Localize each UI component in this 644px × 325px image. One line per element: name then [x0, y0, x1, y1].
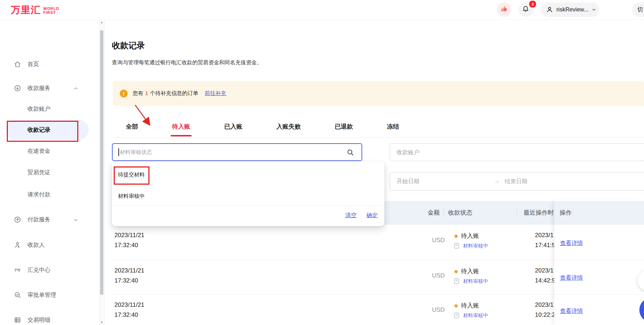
status-dot	[454, 304, 458, 308]
row-status: 待入账	[461, 267, 479, 275]
user-name: riskReview...	[556, 6, 589, 13]
tab-frozen[interactable]: 冻结	[387, 121, 399, 134]
topbar: 万里汇 WORLDFIRST 3	[0, 0, 644, 20]
pending-info-banner: ! 您有1个待补充信息的订单 前往补充	[113, 81, 644, 106]
collection-account-placeholder: 收款账户	[397, 149, 419, 156]
warning-icon: !	[120, 90, 128, 98]
sidebar: 首页 收款服务 收款账户 收款记录 在途资金 贸易凭证 请求付款	[0, 20, 99, 325]
pending-count: 1	[145, 90, 148, 96]
chevron-up-icon	[73, 86, 79, 91]
sidebar-item-request-payment[interactable]: 请求付款	[0, 187, 99, 202]
row-time: 17:32:40	[114, 311, 138, 319]
tab-refunded[interactable]: 已退款	[335, 121, 353, 134]
collection-account-input[interactable]: 收款账户	[390, 143, 644, 161]
sidebar-item-payees[interactable]: 收款人	[0, 237, 99, 253]
app-screen: 万里汇 WORLDFIRST 3	[0, 0, 644, 325]
sidebar-item-transaction-details[interactable]: 交易明细	[0, 312, 99, 325]
material-status-combobox[interactable]: 材料审核状态	[112, 143, 362, 161]
sidebar-item-exchange-center[interactable]: 汇兑中心	[0, 262, 99, 278]
go-supplement-link[interactable]: 前往补充	[205, 90, 226, 96]
row-currency: USD	[432, 272, 445, 279]
status-dot	[454, 235, 458, 238]
material-status-placeholder: 材料审核状态	[120, 149, 152, 156]
text-caret	[118, 148, 119, 156]
row-date: 2023/11/21	[114, 232, 144, 239]
tab-credit-failed[interactable]: 入账失败	[276, 121, 301, 134]
switch-account-label: 切	[637, 6, 643, 14]
row-op-date: 2023/1	[535, 267, 554, 274]
status-tabs: 全部 待入账 已入账 入账失败 已退款 冻结	[126, 121, 399, 134]
view-details-link[interactable]: 查看详情	[560, 308, 583, 315]
row-date: 2023/11/21	[114, 301, 144, 309]
view-details-link[interactable]: 查看详情	[560, 240, 583, 247]
end-date-placeholder: 结束日期	[505, 178, 527, 185]
transactions-icon	[14, 316, 21, 324]
row-currency: USD	[432, 306, 445, 314]
collection-services-icon	[14, 84, 21, 92]
dropdown-option-under-review[interactable]: 材料审核中	[112, 188, 384, 204]
header-divider	[517, 208, 517, 218]
action-column-header: 操作	[554, 201, 644, 225]
switch-account-button[interactable]: 切	[632, 2, 644, 17]
row-op-time: 14:42:5	[535, 277, 555, 284]
page-description: 查询与管理每笔通过银行电汇收款的贸易资金和同名充值资金。	[112, 59, 262, 66]
row-material-status[interactable]: 材料审核中	[463, 278, 488, 285]
row-status: 待入账	[461, 232, 479, 240]
chevron-down-icon	[591, 7, 596, 12]
scrollbar-thumb[interactable]	[100, 30, 103, 295]
row-op-date: 2023/1	[535, 232, 554, 239]
confirm-button[interactable]: 确定	[367, 212, 378, 219]
status-dot	[454, 270, 458, 273]
dropdown-option-pending-submit[interactable]: 待提交材料	[112, 167, 384, 182]
sidebar-scrollbar[interactable]: ▲ ▼	[99, 20, 105, 325]
notification-badge: 3	[529, 0, 537, 8]
sidebar-item-approval-management[interactable]: 审批单管理	[0, 287, 99, 303]
worldfirst-logo[interactable]: 万里汇 WORLDFIRST	[11, 4, 59, 16]
redacted-area	[215, 238, 253, 246]
logo-en-text: WORLDFIRST	[43, 7, 59, 15]
header-amount: 金额	[411, 201, 440, 225]
sidebar-item-collection-accounts[interactable]: 收款账户	[0, 101, 99, 117]
row-date: 2023/11/21	[114, 267, 144, 274]
sidebar-item-collection-services[interactable]: 收款服务	[0, 80, 99, 96]
date-range-input[interactable]: 开始日期 → 结束日期	[390, 172, 644, 191]
row-material-status[interactable]: 材料审核中	[463, 312, 488, 319]
tab-credited[interactable]: 已入账	[224, 121, 242, 134]
payment-services-icon	[14, 216, 21, 224]
payee-icon	[14, 241, 21, 249]
header-divider	[443, 208, 444, 218]
banner-text: 您有1个待补充信息的订单 前往补充	[133, 90, 226, 97]
row-op-time: 10:22:2	[535, 311, 555, 319]
sidebar-item-funds-in-transit[interactable]: 在途资金	[0, 143, 99, 159]
user-menu[interactable]: riskReview...	[541, 2, 599, 17]
start-date-placeholder: 开始日期	[397, 178, 419, 185]
home-icon	[14, 60, 21, 68]
sidebar-item-home[interactable]: 首页	[0, 56, 99, 72]
bell-icon	[522, 5, 530, 14]
scroll-down-icon[interactable]: ▼	[100, 321, 104, 324]
document-icon	[454, 312, 459, 318]
row-currency: USD	[432, 237, 445, 244]
tab-all[interactable]: 全部	[126, 121, 138, 134]
sidebar-item-trade-documents[interactable]: 贸易凭证	[0, 165, 99, 180]
header-status: 收款状态	[448, 201, 472, 225]
material-status-dropdown: 待提交材料 材料审核中 清空 确定	[112, 162, 384, 226]
fixed-action-column: 操作 查看详情 查看详情 查看详情	[554, 200, 644, 325]
row-op-time: 17:41:5	[535, 242, 555, 249]
row-divider	[554, 260, 644, 260]
dropdown-footer: 清空 确定	[112, 206, 384, 225]
row-op-date: 2023/1	[535, 301, 554, 309]
row-status: 待入账	[461, 301, 479, 310]
clear-button[interactable]: 清空	[345, 212, 357, 219]
search-icon	[346, 149, 354, 156]
like-button[interactable]	[497, 2, 511, 17]
view-details-link[interactable]: 查看详情	[560, 274, 583, 282]
sidebar-item-payment-services[interactable]: 付款服务	[0, 212, 99, 228]
redacted-area	[146, 233, 180, 244]
scroll-up-icon[interactable]: ▲	[100, 21, 104, 24]
row-material-status[interactable]: 材料审核中	[463, 243, 488, 249]
document-icon	[454, 278, 459, 284]
tab-pending-credit[interactable]: 待入账	[172, 121, 190, 134]
sidebar-item-collection-records[interactable]: 收款记录	[0, 122, 99, 138]
tabs-divider	[112, 137, 644, 138]
